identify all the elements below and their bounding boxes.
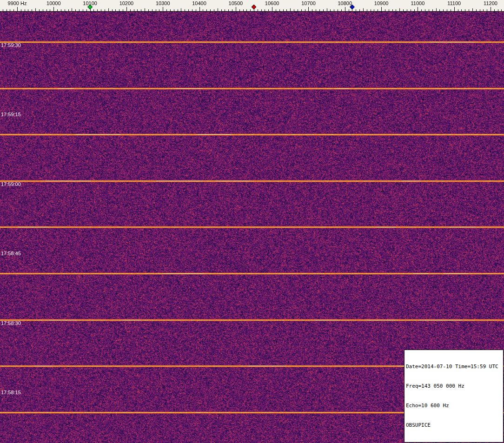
spectrogram-window: 17:59:3017:59:1517:59:0017:58:4517:58:30… [0,0,504,443]
info-station-line: OBSUPICE [406,422,502,429]
time-label: 17:58:45 [1,251,21,256]
time-label: 17:59:00 [1,181,21,187]
time-label: 17:59:30 [1,42,21,48]
time-label: 17:58:15 [1,390,21,395]
time-label: 17:59:15 [1,112,21,117]
info-date-line: Date=2014-07-10 Time=15:59 UTC [406,364,502,370]
info-echo-line: Echo=10 600 Hz [406,403,502,409]
time-label: 17:58:30 [1,320,21,326]
info-box: Date=2014-07-10 Time=15:59 UTC Freq=143 … [404,350,504,443]
frequency-axis[interactable] [0,0,504,12]
info-freq-line: Freq=143 050 000 Hz [406,383,502,390]
